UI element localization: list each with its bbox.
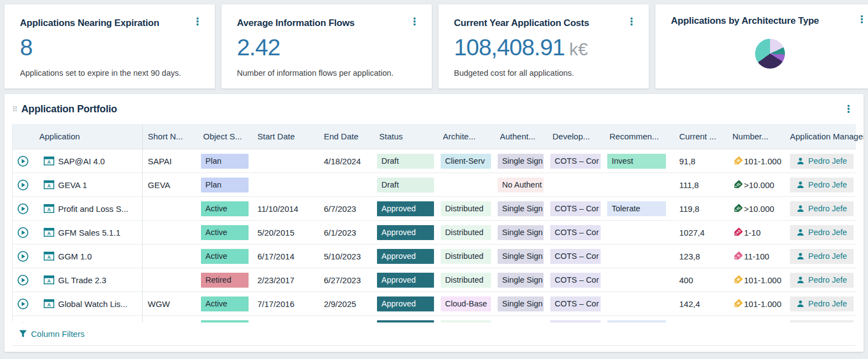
object-state-badge: Active — [201, 320, 249, 323]
application-name-link[interactable]: GL Trade 2.3 — [58, 275, 106, 285]
short-name-cell — [143, 244, 198, 268]
status-badge: Draft — [377, 178, 434, 192]
play-button-icon[interactable] — [17, 322, 29, 323]
development-badge: COTS – Cor — [550, 225, 601, 240]
svg-text:A: A — [47, 231, 50, 236]
start-date-cell — [252, 316, 319, 322]
panel-kebab-menu-icon[interactable]: ⋮ — [841, 105, 856, 113]
architecture-badge: Distributed — [441, 273, 491, 288]
architecture-badge: Distributed — [441, 320, 491, 323]
table-row[interactable]: A GGM 1.0 Active 6/17/2014 5/10/2023 App… — [13, 244, 856, 268]
kpi-cards-row: Applications Nearing Expiration ⋮ 8 Appl… — [0, 0, 868, 89]
column-header-current[interactable]: Current ... — [670, 124, 724, 149]
application-manager-link[interactable]: Pedro Jefe — [790, 154, 854, 169]
card-title: Average Information Flows — [237, 18, 355, 29]
application-manager-link[interactable]: Pedro Jefe — [790, 249, 854, 264]
svg-text:A: A — [47, 302, 50, 308]
application-name-link[interactable]: SAP@AI 4.0 — [58, 157, 105, 166]
column-header-development[interactable]: Develop... — [547, 124, 604, 149]
application-factsheet-icon: A — [44, 275, 54, 284]
application-manager-link[interactable]: Pedro Jefe — [790, 296, 854, 311]
status-badge: Draft — [377, 154, 434, 169]
application-factsheet-icon: A — [44, 157, 54, 165]
application-name-link[interactable]: GEVA 1 — [58, 180, 87, 190]
column-header-number[interactable]: Number... — [724, 124, 783, 149]
manager-name: Pedro Jefe — [808, 157, 847, 165]
table-row[interactable]: A Global Watch Lis... WGW Active 7/17/20… — [13, 292, 856, 316]
size-tag-icon: XL — [732, 204, 743, 214]
play-button-icon[interactable] — [17, 251, 29, 262]
manager-name: Pedro Jefe — [808, 180, 847, 189]
size-tag-icon: XS — [732, 227, 743, 238]
column-header-object-state[interactable]: Object S... — [198, 124, 252, 149]
table-row[interactable]: A GEVA 1 GEVA Plan Draft No Authent 111,… — [13, 173, 856, 197]
application-manager-link[interactable]: Pedro Jefe — [790, 320, 854, 323]
application-name-link[interactable]: GGM 1.0 — [58, 252, 92, 261]
end-date-cell — [319, 173, 374, 196]
table-row[interactable]: A GL Trade 2.3 Retired 2/23/2017 6/27/20… — [13, 268, 856, 292]
short-name-cell — [143, 221, 198, 244]
play-button-icon[interactable] — [17, 155, 29, 167]
development-badge: COTS – Cor — [550, 273, 601, 288]
play-button-icon[interactable] — [17, 298, 29, 310]
architecture-badge: Client-Serv — [441, 154, 491, 169]
column-header-authentication[interactable]: Authent... — [495, 124, 547, 149]
table-body: A SAP@AI 4.0 SAPAI Plan 4/18/2024 Draft … — [13, 149, 856, 322]
drag-handle-icon[interactable]: ⠿ — [12, 105, 17, 113]
application-name-link[interactable]: Profit and Loss S... — [58, 204, 128, 214]
play-button-icon[interactable] — [17, 179, 29, 191]
column-header-end-date[interactable]: End Date — [319, 124, 374, 149]
application-name-link[interactable]: Global Watch Lis... — [58, 299, 127, 309]
development-badge: COTS – Cor — [550, 320, 601, 323]
kebab-menu-icon[interactable]: ⋮ — [407, 18, 422, 25]
object-state-badge: Plan — [201, 154, 249, 169]
column-header-architecture[interactable]: Archite... — [438, 124, 495, 149]
object-state-badge: Retired — [201, 273, 249, 288]
users-range-text: 11-100 — [744, 252, 769, 261]
application-factsheet-icon: A — [44, 228, 54, 237]
current-cost-cell: 400 — [670, 268, 724, 292]
short-name-cell — [143, 316, 198, 322]
column-filters-button[interactable]: Column Filters — [31, 329, 85, 339]
table-row[interactable]: A SAP@AI 4.0 SAPAI Plan 4/18/2024 Draft … — [13, 149, 856, 173]
status-badge: Approved — [377, 201, 434, 216]
application-name-link[interactable]: GFM Sales 5.1.1 — [58, 228, 121, 237]
play-button-icon[interactable] — [17, 203, 29, 215]
application-manager-link[interactable]: Pedro Jefe — [790, 273, 854, 288]
table-row[interactable]: A Active Approved Distributed COTS – Cor… — [13, 316, 856, 322]
kpi-value: 2.42 — [237, 34, 280, 61]
column-header-status[interactable]: Status — [374, 124, 438, 149]
kebab-menu-icon[interactable]: ⋮ — [624, 18, 639, 25]
size-tag-icon: S — [732, 251, 743, 262]
column-header-start-date[interactable]: Start Date — [252, 124, 319, 149]
kebab-menu-icon[interactable]: ⋮ — [190, 18, 205, 25]
table-row[interactable]: A Profit and Loss S... Active 11/10/2014… — [13, 197, 856, 221]
recommendation-badge: Invest — [607, 154, 666, 169]
manager-name: Pedro Jefe — [808, 204, 847, 213]
application-manager-link[interactable]: Pedro Jefe — [790, 178, 854, 192]
application-manager-link[interactable]: Pedro Jefe — [790, 201, 854, 216]
authentication-badge: Single Sign — [498, 296, 544, 311]
status-badge: Approved — [377, 296, 434, 311]
kebab-menu-icon[interactable]: ⋮ — [855, 15, 868, 23]
short-name-cell — [143, 197, 198, 220]
application-factsheet-icon: A — [44, 180, 54, 189]
table-row[interactable]: A GFM Sales 5.1.1 Active 5/20/2015 6/1/2… — [13, 221, 856, 244]
column-filters-bar: Column Filters — [12, 322, 856, 346]
size-tag-icon: M — [732, 275, 743, 285]
current-cost-cell: 1027,4 — [670, 221, 724, 244]
current-cost-cell: 111,8 — [670, 173, 724, 196]
column-header-recommendation[interactable]: Recommen... — [604, 124, 670, 149]
short-name-cell: SAPAI — [143, 149, 198, 173]
play-button-icon[interactable] — [17, 274, 29, 286]
column-header-application-manager[interactable]: Application Manager — [783, 124, 864, 149]
table-header-row: Application Short N... Object S... Start… — [13, 124, 856, 149]
number-of-users-cell: M 101-1.000 — [724, 292, 783, 315]
column-header-short-name[interactable]: Short N... — [143, 124, 198, 149]
size-tag-icon: M — [732, 299, 743, 309]
users-range-text: >10.000 — [744, 180, 774, 190]
application-manager-link[interactable]: Pedro Jefe — [790, 225, 854, 240]
column-header-application[interactable]: Application — [33, 124, 143, 149]
play-button-icon[interactable] — [17, 227, 29, 238]
manager-name: Pedro Jefe — [808, 252, 847, 261]
